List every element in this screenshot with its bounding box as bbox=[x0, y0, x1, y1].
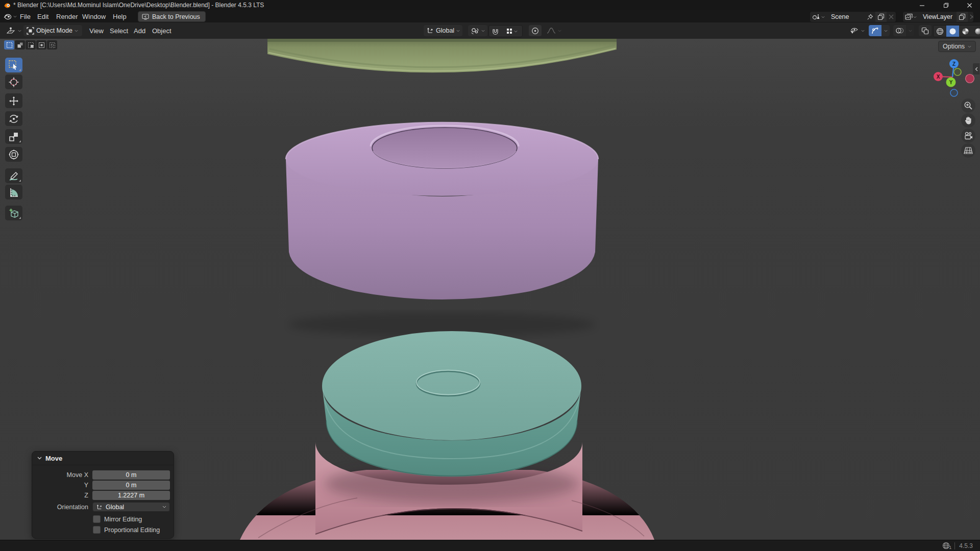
perspective-toggle-button[interactable] bbox=[961, 143, 975, 158]
maximize-button[interactable] bbox=[934, 0, 958, 10]
select-mode-subtract[interactable] bbox=[26, 40, 36, 49]
shading-wireframe-button[interactable] bbox=[934, 26, 946, 37]
show-overlays-toggle[interactable] bbox=[893, 25, 906, 36]
measure-icon bbox=[8, 187, 19, 198]
object-green-cylinder[interactable] bbox=[267, 39, 617, 72]
chevron-down-icon bbox=[909, 30, 912, 32]
tool-cursor[interactable] bbox=[5, 74, 22, 89]
scene-name[interactable]: Scene bbox=[827, 13, 865, 20]
unlink-scene-button[interactable] bbox=[887, 12, 896, 22]
tool-add-cube[interactable] bbox=[5, 206, 22, 220]
back-to-previous-button[interactable]: Back to Previous bbox=[138, 11, 206, 22]
tool-annotate[interactable] bbox=[5, 168, 22, 183]
wireframe-sphere-icon bbox=[936, 28, 944, 35]
proportional-falloff-dropdown[interactable] bbox=[544, 25, 564, 36]
axis-y-neg-handle[interactable] bbox=[954, 68, 961, 76]
chevron-down-icon bbox=[861, 30, 865, 32]
chevron-down-icon bbox=[884, 30, 888, 32]
viewport-3d[interactable]: Options bbox=[0, 39, 980, 540]
axis-z-neg-handle[interactable] bbox=[950, 89, 958, 96]
overlays-dropdown[interactable] bbox=[906, 25, 914, 36]
show-gizmo-toggle[interactable] bbox=[869, 25, 881, 36]
shading-rendered-button[interactable] bbox=[972, 26, 980, 37]
options-button[interactable]: Options bbox=[938, 41, 976, 52]
browse-scene-button[interactable] bbox=[810, 12, 827, 22]
scene-picker: Scene bbox=[810, 11, 896, 22]
move-x-field[interactable]: 0 m bbox=[92, 470, 170, 480]
proportional-editing-checkbox[interactable] bbox=[93, 526, 101, 534]
select-mode-extend[interactable] bbox=[15, 40, 25, 49]
blender-logo-icon bbox=[4, 2, 11, 11]
orientation-select[interactable]: Global bbox=[92, 502, 170, 512]
menu-object[interactable]: Object bbox=[148, 25, 176, 36]
scene-icon bbox=[812, 14, 821, 20]
select-mode-new[interactable] bbox=[4, 40, 14, 49]
pin-scene-button[interactable] bbox=[865, 12, 875, 22]
menu-help[interactable]: Help bbox=[107, 11, 132, 22]
shading-material-button[interactable] bbox=[959, 26, 972, 37]
transform-orientation-dropdown[interactable]: Global bbox=[424, 25, 462, 36]
transform-icon bbox=[8, 149, 19, 160]
annotate-pen-icon bbox=[8, 170, 19, 182]
tool-transform[interactable] bbox=[5, 147, 22, 162]
xray-toggle[interactable] bbox=[919, 25, 932, 36]
minimize-button[interactable] bbox=[910, 0, 934, 10]
menu-add[interactable]: Add bbox=[129, 25, 150, 36]
select-mode-intersect[interactable] bbox=[47, 40, 57, 49]
snap-group bbox=[488, 25, 523, 37]
move-x-label: Move X bbox=[32, 471, 92, 479]
editor-type-button[interactable] bbox=[4, 25, 24, 36]
new-scene-button[interactable] bbox=[875, 12, 887, 22]
move-y-field[interactable]: 0 m bbox=[92, 481, 170, 490]
snap-increment-icon bbox=[506, 28, 512, 34]
chevron-left-icon bbox=[975, 67, 978, 71]
move-operator-panel: Move Move X 0 m Y 0 m Z 1.2227 m Orienta… bbox=[32, 451, 174, 539]
move-panel-header[interactable]: Move bbox=[32, 452, 174, 465]
tool-rotate[interactable] bbox=[5, 111, 22, 126]
zoom-icon bbox=[964, 101, 973, 110]
sidebar-toggle[interactable] bbox=[973, 63, 979, 74]
tool-scale[interactable] bbox=[5, 129, 22, 144]
pan-view-button[interactable] bbox=[961, 113, 975, 128]
move-y-label: Y bbox=[32, 482, 92, 489]
options-label: Options bbox=[943, 43, 965, 50]
camera-view-button[interactable] bbox=[961, 129, 975, 143]
snap-toggle[interactable] bbox=[489, 26, 502, 37]
object-teal-lid[interactable] bbox=[322, 331, 581, 503]
pivot-point-dropdown[interactable] bbox=[468, 25, 487, 36]
nav-gizmo[interactable]: Z X Y bbox=[925, 53, 979, 104]
version-label: 4.5.3 bbox=[954, 542, 973, 549]
select-mode-invert[interactable] bbox=[36, 40, 46, 49]
move-z-field[interactable]: 1.2227 m bbox=[92, 491, 170, 500]
overlays-icon bbox=[895, 27, 904, 34]
gizmo-dropdown[interactable] bbox=[881, 25, 890, 36]
shading-solid-button[interactable] bbox=[946, 26, 959, 37]
orientation-row-label: Orientation bbox=[32, 504, 92, 511]
axis-x-neg-handle[interactable] bbox=[966, 74, 974, 83]
tool-select-box[interactable] bbox=[5, 58, 22, 72]
viewlayer-type-button[interactable] bbox=[903, 12, 919, 22]
pivot-point-icon bbox=[471, 27, 479, 35]
viewlayer-name[interactable]: ViewLayer bbox=[919, 13, 957, 20]
chevron-down-icon bbox=[456, 30, 460, 32]
proportional-editing-toggle[interactable] bbox=[529, 25, 542, 36]
add-cube-icon bbox=[8, 208, 19, 219]
remove-viewlayer-button[interactable] bbox=[968, 12, 974, 22]
object-purple-cylinder[interactable] bbox=[286, 122, 598, 337]
proportional-editing-icon bbox=[531, 27, 539, 35]
zoom-view-button[interactable] bbox=[961, 98, 975, 113]
blender-app-icon bbox=[3, 13, 12, 20]
snap-with-dropdown[interactable] bbox=[502, 26, 522, 37]
object-visibility-dropdown[interactable] bbox=[847, 25, 867, 36]
new-viewlayer-button[interactable] bbox=[957, 12, 968, 22]
camera-icon bbox=[964, 132, 973, 140]
tool-measure[interactable] bbox=[5, 185, 22, 199]
subtool-indicator bbox=[19, 180, 21, 182]
rendered-sphere-icon bbox=[974, 28, 980, 35]
select-mode-row bbox=[4, 40, 58, 49]
mirror-editing-checkbox[interactable] bbox=[93, 515, 101, 523]
close-button[interactable] bbox=[958, 0, 980, 10]
mode-selector[interactable]: Object Mode bbox=[23, 25, 82, 36]
menu-window[interactable]: Window bbox=[77, 11, 111, 22]
tool-move[interactable] bbox=[5, 93, 22, 108]
